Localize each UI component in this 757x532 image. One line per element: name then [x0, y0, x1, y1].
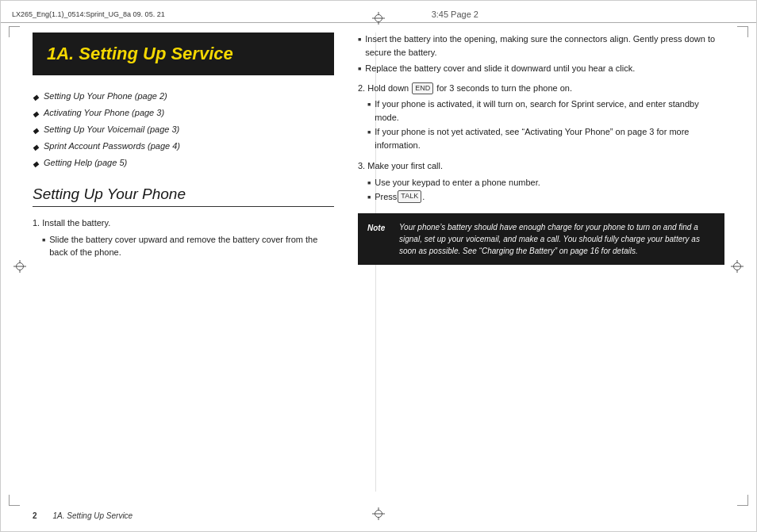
list-item: ◆ Setting Up Your Phone (page 2)	[33, 90, 334, 103]
step-3-sub-2-text: Press	[375, 190, 397, 204]
section-title: 1A. Setting Up Service	[47, 44, 233, 63]
step-2-suffix: for 3 seconds to turn the phone on.	[436, 83, 572, 93]
list-item-text: Setting Up Your Phone (page 2)	[44, 90, 167, 103]
crosshair-left-icon	[13, 260, 26, 273]
note-label: Note	[367, 221, 391, 234]
step-2-sub-list: ■ If your phone is activated, it will tu…	[367, 98, 724, 151]
step-1: 1. Install the battery. ■ Slide the batt…	[33, 216, 334, 259]
talk-key: TALK	[398, 190, 421, 203]
topic-list: ◆ Setting Up Your Phone (page 2) ◆ Activ…	[33, 90, 334, 170]
footer-page-number: 2	[33, 511, 37, 520]
step-3-label: 3. Make your first call.	[358, 161, 443, 170]
page: LX265_Eng(1.1)_0514:Sprint_UG_8a 09. 05.…	[0, 0, 757, 532]
step-1-sub-list: ■ Slide the battery cover upward and rem…	[42, 233, 334, 259]
header-file-info: LX265_Eng(1.1)_0514:Sprint_UG_8a 09. 05.…	[12, 10, 165, 18]
step-2: 2. Hold down END for 3 seconds to turn t…	[358, 82, 724, 152]
square-bullet-icon: ■	[358, 65, 361, 74]
step-3-sub-1-text: Use your keypad to enter a phone number.	[375, 176, 540, 189]
step-1-sub-3: ■ Replace the battery cover and slide it…	[358, 62, 724, 75]
left-steps-list: 1. Install the battery. ■ Slide the batt…	[33, 216, 334, 259]
crosshair-top-icon	[372, 12, 385, 25]
section-divider	[33, 206, 334, 207]
corner-mark-br	[737, 495, 748, 506]
step-3: 3. Make your first call. ■ Use your keyp…	[358, 159, 724, 204]
step-3-sub-1: ■ Use your keypad to enter a phone numbe…	[367, 176, 724, 189]
note-box: Note Your phone’s battery should have en…	[358, 213, 724, 265]
step-2-sub-2: ■ If your phone is not yet activated, se…	[367, 125, 724, 151]
list-item-text: Sprint Account Passwords (page 4)	[44, 140, 180, 153]
square-bullet-icon: ■	[367, 128, 371, 137]
crosshair-right-icon	[731, 260, 744, 273]
list-item-text: Setting Up Your Voicemail (page 3)	[44, 123, 179, 136]
step-2-sub-1: ■ If your phone is activated, it will tu…	[367, 98, 724, 124]
header-time-page: 3:45 Page 2	[432, 10, 478, 19]
list-item-text: Activating Your Phone (page 3)	[44, 106, 164, 120]
step-2-sub-2-text: If your phone is not yet activated, see …	[375, 125, 724, 151]
diamond-bullet-icon: ◆	[33, 108, 39, 120]
list-item: ◆ Activating Your Phone (page 3)	[33, 106, 334, 120]
step-3-sub-list: ■ Use your keypad to enter a phone numbe…	[367, 176, 724, 204]
step-1-sub-2-text: Insert the battery into the opening, mak…	[365, 33, 724, 59]
step-1-sub-1: ■ Slide the battery cover upward and rem…	[42, 233, 334, 259]
step-3-sub-2: ■ Press TALK .	[367, 190, 724, 204]
note-text: Your phone’s battery should have enough …	[399, 221, 715, 257]
step-1-sub-3-text: Replace the battery cover and slide it d…	[365, 62, 635, 75]
step-1-sub-2: ■ Insert the battery into the opening, m…	[358, 33, 724, 59]
square-bullet-icon: ■	[367, 101, 371, 109]
right-column: ■ Insert the battery into the opening, m…	[350, 33, 724, 492]
step-3-suffix: .	[422, 190, 425, 204]
list-item: ◆ Setting Up Your Voicemail (page 3)	[33, 123, 334, 136]
corner-mark-tl	[9, 26, 20, 37]
diamond-bullet-icon: ◆	[33, 91, 39, 103]
page-footer: 2 1A. Setting Up Service	[33, 511, 724, 520]
list-item: ◆ Sprint Account Passwords (page 4)	[33, 140, 334, 153]
left-column: 1A. Setting Up Service ◆ Setting Up Your…	[33, 33, 350, 492]
section-title-box: 1A. Setting Up Service	[33, 33, 334, 75]
step-1-sub-1-text: Slide the battery cover upward and remov…	[49, 233, 334, 259]
end-key: END	[412, 82, 433, 95]
square-bullet-icon: ■	[358, 36, 361, 44]
diamond-bullet-icon: ◆	[33, 124, 39, 136]
content-area: 1A. Setting Up Service ◆ Setting Up Your…	[33, 33, 724, 492]
corner-mark-tr	[737, 26, 748, 37]
square-bullet-icon: ■	[367, 179, 371, 188]
list-item-text: Getting Help (page 5)	[44, 156, 127, 170]
square-bullet-icon: ■	[42, 236, 45, 245]
corner-mark-bl	[9, 495, 20, 506]
square-bullet-icon: ■	[367, 193, 371, 202]
diamond-bullet-icon: ◆	[33, 141, 39, 153]
sub-section-heading: Setting Up Your Phone	[33, 186, 334, 203]
footer-section-name: 1A. Setting Up Service	[53, 511, 133, 520]
list-item: ◆ Getting Help (page 5)	[33, 156, 334, 170]
diamond-bullet-icon: ◆	[33, 158, 39, 170]
step-2-sub-1-text: If your phone is activated, it will turn…	[375, 98, 724, 124]
step-1-label: 1. Install the battery.	[33, 218, 110, 228]
step-2-label: 2. Hold down	[358, 83, 409, 93]
